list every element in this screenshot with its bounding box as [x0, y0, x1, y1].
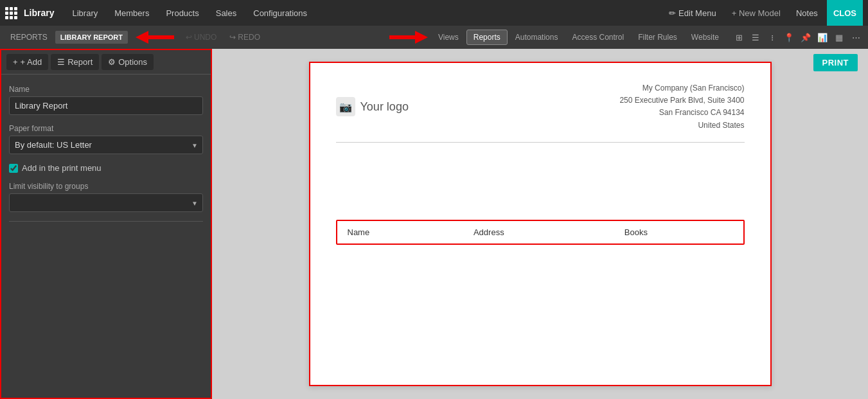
edit-menu-button[interactable]: ✏ Edit Menu — [662, 5, 722, 21]
report-button[interactable]: ☰ Report — [51, 54, 99, 70]
columns-icon[interactable]: ⫶ — [765, 30, 779, 44]
undo-redo-group: ↩ UNDO ↪ REDO — [182, 31, 264, 44]
name-label: Name — [9, 85, 203, 94]
col-books: Books — [614, 221, 743, 244]
tab-filter-rules[interactable]: Filter Rules — [632, 30, 684, 44]
add-button[interactable]: + + Add — [6, 54, 48, 70]
sidebar-panel: + + Add ☰ Report ⚙ Options Name Paper fo… — [0, 49, 212, 399]
list-view-icon[interactable]: ⊞ — [732, 30, 746, 44]
report-preview: 📷 Your logo My Company (San Francisco) 2… — [309, 62, 772, 386]
add-print-menu-row: Add in the print menu — [9, 163, 203, 173]
report-icon: ☰ — [57, 57, 65, 67]
arrow-annotation-reports — [389, 30, 428, 45]
address-line-3: United States — [619, 120, 744, 132]
report-table: Name Address Books — [337, 221, 743, 244]
address-line-1: 250 Executive Park Blvd, Suite 3400 — [619, 94, 744, 107]
breadcrumb-current: LIBRARY REPORT — [55, 31, 128, 44]
nav-item-sales[interactable]: Sales — [208, 4, 245, 22]
paper-format-label: Paper format — [9, 124, 203, 133]
top-nav-bar: Library Library Members Products Sales C… — [0, 0, 868, 26]
add-print-menu-checkbox[interactable] — [9, 164, 18, 173]
notes-button[interactable]: Notes — [790, 5, 824, 21]
logo-section: 📷 Your logo — [336, 82, 409, 132]
col-address: Address — [463, 221, 614, 244]
report-header: 📷 Your logo My Company (San Francisco) 2… — [336, 82, 745, 143]
app-name: Library — [24, 8, 54, 18]
address-line-2: San Francisco CA 94134 — [619, 107, 744, 119]
nav-item-library[interactable]: Library — [64, 4, 105, 22]
col-name: Name — [337, 221, 463, 244]
left-arrow-icon — [136, 30, 174, 45]
map-icon[interactable]: 📍 — [782, 30, 796, 44]
tab-reports[interactable]: Reports — [466, 30, 508, 45]
new-model-button[interactable]: + New Model — [725, 5, 787, 21]
limit-visibility-label: Limit visibility to groups — [9, 182, 203, 191]
paper-format-select-wrapper: By default: US Letter ▼ — [9, 136, 203, 154]
report-table-section: Name Address Books — [336, 220, 745, 245]
company-info: My Company (San Francisco) 250 Executive… — [619, 82, 744, 132]
more-icon[interactable]: ⋯ — [849, 30, 863, 44]
nav-right-area: ✏ Edit Menu + New Model Notes CLOS — [662, 0, 863, 26]
sidebar-toolbar: + + Add ☰ Report ⚙ Options — [1, 50, 211, 75]
svg-marker-1 — [389, 31, 428, 44]
logo-text: Your logo — [360, 100, 409, 114]
main-layout: + + Add ☰ Report ⚙ Options Name Paper fo… — [0, 49, 868, 399]
gear-icon: ⚙ — [108, 57, 116, 67]
name-input[interactable] — [9, 96, 203, 115]
undo-button[interactable]: ↩ UNDO — [182, 31, 220, 44]
content-area: PRINT 📷 Your logo My Company (San Franci… — [212, 49, 868, 399]
app-logo[interactable]: Library — [5, 7, 54, 19]
tab-views[interactable]: Views — [432, 30, 465, 44]
nav-item-products[interactable]: Products — [158, 4, 206, 22]
sidebar-form: Name Paper format By default: US Letter … — [1, 75, 211, 398]
tab-automations[interactable]: Automations — [509, 30, 565, 44]
right-arrow-icon — [389, 30, 428, 45]
chart-icon[interactable]: 📊 — [815, 30, 829, 44]
table-icon[interactable]: ▦ — [832, 30, 846, 44]
grid-icon — [5, 7, 17, 19]
tab-website[interactable]: Website — [685, 30, 725, 44]
paper-format-select[interactable]: By default: US Letter — [9, 136, 203, 154]
sidebar-divider — [9, 221, 203, 222]
grid-view-icon[interactable]: ☰ — [748, 30, 763, 44]
second-nav-right: Views Reports Automations Access Control… — [389, 30, 863, 45]
paper-format-group: Paper format By default: US Letter ▼ — [9, 124, 203, 154]
limit-visibility-group: Limit visibility to groups ▼ — [9, 182, 203, 212]
limit-visibility-select[interactable] — [9, 193, 203, 212]
print-button[interactable]: PRINT — [813, 54, 858, 71]
arrow-annotation-breadcrumb — [136, 30, 174, 45]
main-nav-items: Library Members Products Sales Configura… — [64, 4, 662, 22]
breadcrumb-reports[interactable]: REPORTS — [5, 30, 53, 44]
second-nav-bar: REPORTS LIBRARY REPORT ↩ UNDO ↪ REDO Vie… — [0, 26, 868, 49]
view-icon-row: ⊞ ☰ ⫶ 📍 📌 📊 ▦ ⋯ — [732, 30, 863, 44]
redo-button[interactable]: ↪ REDO — [226, 31, 264, 44]
camera-icon: 📷 — [336, 97, 355, 116]
tab-access-control[interactable]: Access Control — [565, 30, 630, 44]
options-button[interactable]: ⚙ Options — [102, 54, 154, 70]
name-group: Name — [9, 85, 203, 115]
svg-marker-0 — [136, 31, 174, 44]
add-print-menu-label[interactable]: Add in the print menu — [22, 163, 102, 173]
nav-item-configurations[interactable]: Configurations — [245, 4, 315, 22]
company-name: My Company (San Francisco) — [619, 82, 744, 94]
pin-icon[interactable]: 📌 — [799, 30, 813, 44]
plus-icon: + — [13, 57, 18, 67]
close-button[interactable]: CLOS — [827, 0, 863, 26]
nav-item-members[interactable]: Members — [107, 4, 157, 22]
limit-visibility-select-wrapper: ▼ — [9, 193, 203, 212]
